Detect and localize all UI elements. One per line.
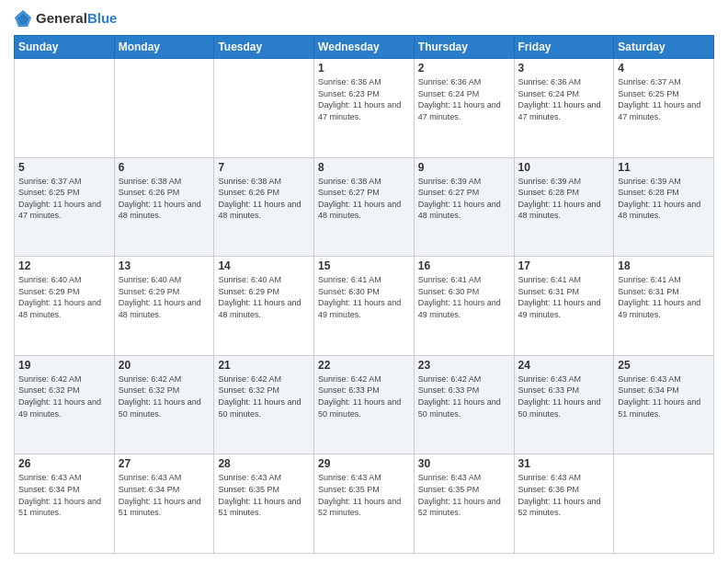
day-info: Sunrise: 6:38 AMSunset: 6:26 PMDaylight:… [119, 176, 210, 222]
day-number: 31 [518, 457, 610, 470]
calendar-cell: 4Sunrise: 6:37 AMSunset: 6:25 PMDaylight… [614, 59, 714, 158]
day-number: 10 [518, 161, 610, 174]
calendar-cell: 24Sunrise: 6:43 AMSunset: 6:33 PMDayligh… [514, 355, 614, 454]
day-info: Sunrise: 6:39 AMSunset: 6:28 PMDaylight:… [518, 176, 610, 222]
calendar-cell: 25Sunrise: 6:43 AMSunset: 6:34 PMDayligh… [614, 355, 714, 454]
day-number: 1 [318, 62, 410, 75]
day-info: Sunrise: 6:42 AMSunset: 6:33 PMDaylight:… [318, 373, 410, 419]
day-info: Sunrise: 6:36 AMSunset: 6:24 PMDaylight:… [518, 76, 610, 122]
calendar-cell: 10Sunrise: 6:39 AMSunset: 6:28 PMDayligh… [514, 157, 614, 257]
weekday-header: Thursday [414, 36, 514, 59]
day-number: 6 [119, 161, 210, 174]
page: GeneralBlue SundayMondayTuesdayWednesday… [0, 0, 728, 563]
day-number: 8 [318, 161, 410, 174]
calendar-cell [114, 59, 214, 158]
day-info: Sunrise: 6:41 AMSunset: 6:30 PMDaylight:… [318, 274, 410, 320]
day-info: Sunrise: 6:43 AMSunset: 6:35 PMDaylight:… [318, 472, 410, 518]
day-info: Sunrise: 6:43 AMSunset: 6:35 PMDaylight:… [418, 472, 510, 518]
calendar-cell: 20Sunrise: 6:42 AMSunset: 6:32 PMDayligh… [114, 355, 214, 454]
day-number: 28 [218, 457, 310, 470]
calendar-cell: 8Sunrise: 6:38 AMSunset: 6:27 PMDaylight… [314, 157, 415, 257]
day-number: 24 [518, 359, 610, 372]
calendar-cell: 23Sunrise: 6:42 AMSunset: 6:33 PMDayligh… [414, 355, 514, 454]
day-info: Sunrise: 6:36 AMSunset: 6:24 PMDaylight:… [418, 76, 510, 122]
calendar-cell: 16Sunrise: 6:41 AMSunset: 6:30 PMDayligh… [414, 257, 514, 356]
day-number: 3 [518, 62, 610, 75]
calendar-week-row: 26Sunrise: 6:43 AMSunset: 6:34 PMDayligh… [15, 454, 714, 554]
calendar-cell: 14Sunrise: 6:40 AMSunset: 6:29 PMDayligh… [214, 257, 314, 356]
day-info: Sunrise: 6:43 AMSunset: 6:33 PMDaylight:… [518, 373, 610, 419]
day-number: 22 [318, 359, 410, 372]
header: GeneralBlue [14, 9, 714, 28]
weekday-header: Sunday [15, 36, 115, 59]
calendar-cell: 31Sunrise: 6:43 AMSunset: 6:36 PMDayligh… [514, 454, 614, 554]
calendar-cell: 15Sunrise: 6:41 AMSunset: 6:30 PMDayligh… [314, 257, 415, 356]
calendar-cell: 9Sunrise: 6:39 AMSunset: 6:27 PMDaylight… [414, 157, 514, 257]
day-info: Sunrise: 6:43 AMSunset: 6:34 PMDaylight:… [119, 472, 210, 518]
calendar-cell: 26Sunrise: 6:43 AMSunset: 6:34 PMDayligh… [15, 454, 115, 554]
day-info: Sunrise: 6:37 AMSunset: 6:25 PMDaylight:… [618, 76, 710, 122]
calendar-cell: 18Sunrise: 6:41 AMSunset: 6:31 PMDayligh… [614, 257, 714, 356]
calendar-cell [214, 59, 314, 158]
day-info: Sunrise: 6:42 AMSunset: 6:32 PMDaylight:… [218, 373, 310, 419]
day-number: 17 [518, 259, 610, 272]
calendar-cell: 11Sunrise: 6:39 AMSunset: 6:28 PMDayligh… [614, 157, 714, 257]
day-info: Sunrise: 6:36 AMSunset: 6:23 PMDaylight:… [318, 76, 410, 122]
calendar-cell: 12Sunrise: 6:40 AMSunset: 6:29 PMDayligh… [15, 257, 115, 356]
day-number: 9 [418, 161, 510, 174]
day-info: Sunrise: 6:38 AMSunset: 6:27 PMDaylight:… [318, 176, 410, 222]
day-number: 19 [18, 359, 110, 372]
weekday-header: Wednesday [314, 36, 415, 59]
day-info: Sunrise: 6:39 AMSunset: 6:28 PMDaylight:… [618, 176, 710, 222]
day-number: 2 [418, 62, 510, 75]
calendar: SundayMondayTuesdayWednesdayThursdayFrid… [14, 35, 714, 554]
calendar-cell: 7Sunrise: 6:38 AMSunset: 6:26 PMDaylight… [214, 157, 314, 257]
day-number: 30 [418, 457, 510, 470]
calendar-week-row: 12Sunrise: 6:40 AMSunset: 6:29 PMDayligh… [15, 257, 714, 356]
calendar-cell: 30Sunrise: 6:43 AMSunset: 6:35 PMDayligh… [414, 454, 514, 554]
weekday-header: Friday [514, 36, 614, 59]
calendar-cell: 29Sunrise: 6:43 AMSunset: 6:35 PMDayligh… [314, 454, 415, 554]
day-info: Sunrise: 6:39 AMSunset: 6:27 PMDaylight:… [418, 176, 510, 222]
calendar-cell: 22Sunrise: 6:42 AMSunset: 6:33 PMDayligh… [314, 355, 415, 454]
logo: GeneralBlue [14, 9, 117, 28]
calendar-cell: 27Sunrise: 6:43 AMSunset: 6:34 PMDayligh… [114, 454, 214, 554]
calendar-cell: 1Sunrise: 6:36 AMSunset: 6:23 PMDaylight… [314, 59, 415, 158]
calendar-cell: 6Sunrise: 6:38 AMSunset: 6:26 PMDaylight… [114, 157, 214, 257]
day-number: 4 [618, 62, 710, 75]
day-number: 7 [218, 161, 310, 174]
day-number: 23 [418, 359, 510, 372]
day-number: 14 [218, 259, 310, 272]
day-number: 27 [119, 457, 210, 470]
day-info: Sunrise: 6:43 AMSunset: 6:36 PMDaylight:… [518, 472, 610, 518]
day-number: 5 [18, 161, 110, 174]
day-info: Sunrise: 6:42 AMSunset: 6:33 PMDaylight:… [418, 373, 510, 419]
logo-text: GeneralBlue [36, 11, 117, 27]
calendar-cell: 2Sunrise: 6:36 AMSunset: 6:24 PMDaylight… [414, 59, 514, 158]
day-info: Sunrise: 6:43 AMSunset: 6:34 PMDaylight:… [618, 373, 710, 419]
day-number: 12 [18, 259, 110, 272]
day-info: Sunrise: 6:42 AMSunset: 6:32 PMDaylight:… [119, 373, 210, 419]
day-info: Sunrise: 6:40 AMSunset: 6:29 PMDaylight:… [119, 274, 210, 320]
calendar-cell: 28Sunrise: 6:43 AMSunset: 6:35 PMDayligh… [214, 454, 314, 554]
day-info: Sunrise: 6:37 AMSunset: 6:25 PMDaylight:… [18, 176, 110, 222]
day-info: Sunrise: 6:43 AMSunset: 6:35 PMDaylight:… [218, 472, 310, 518]
logo-icon [14, 9, 32, 28]
day-info: Sunrise: 6:41 AMSunset: 6:31 PMDaylight:… [518, 274, 610, 320]
calendar-cell: 21Sunrise: 6:42 AMSunset: 6:32 PMDayligh… [214, 355, 314, 454]
day-number: 21 [218, 359, 310, 372]
day-info: Sunrise: 6:40 AMSunset: 6:29 PMDaylight:… [18, 274, 110, 320]
calendar-cell [614, 454, 714, 554]
weekday-header: Monday [114, 36, 214, 59]
day-number: 15 [318, 259, 410, 272]
calendar-cell: 19Sunrise: 6:42 AMSunset: 6:32 PMDayligh… [15, 355, 115, 454]
calendar-cell [15, 59, 115, 158]
calendar-cell: 3Sunrise: 6:36 AMSunset: 6:24 PMDaylight… [514, 59, 614, 158]
day-info: Sunrise: 6:41 AMSunset: 6:30 PMDaylight:… [418, 274, 510, 320]
day-number: 20 [119, 359, 210, 372]
day-number: 26 [18, 457, 110, 470]
day-number: 29 [318, 457, 410, 470]
day-info: Sunrise: 6:38 AMSunset: 6:26 PMDaylight:… [218, 176, 310, 222]
day-info: Sunrise: 6:43 AMSunset: 6:34 PMDaylight:… [18, 472, 110, 518]
day-info: Sunrise: 6:40 AMSunset: 6:29 PMDaylight:… [218, 274, 310, 320]
